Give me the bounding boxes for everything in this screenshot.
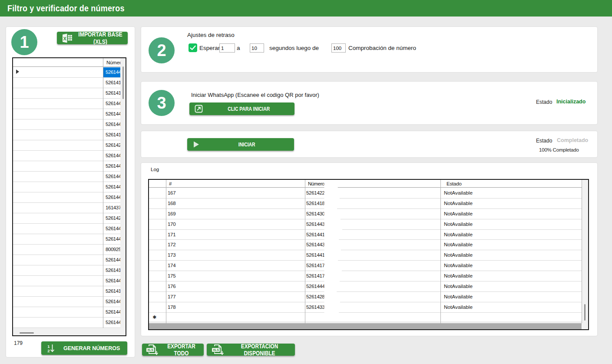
panel-step1: 1 X IMPORTAR BASE (XLS) Número — [6, 27, 135, 357]
log-grid-row[interactable]: 169 52614300 NotAvailable — [149, 209, 588, 219]
base-grid-cell-numero[interactable]: 5261414 — [103, 88, 120, 98]
log-label: Log — [151, 167, 159, 172]
wait-checkbox-label[interactable]: Esperar — [199, 45, 220, 51]
log-grid-row[interactable]: 170 52614431 NotAvailable — [149, 219, 588, 230]
base-grid-row[interactable]: 5261414 — [13, 88, 126, 99]
base-grid-cell-numero[interactable]: 5261444 — [103, 276, 120, 286]
base-grid-row[interactable]: 5261446 — [13, 99, 126, 109]
log-cell-estado: NotAvailable — [444, 219, 473, 229]
base-grid-cell-numero[interactable]: 5261446 — [103, 99, 120, 109]
base-grid-row[interactable]: 5261447 — [13, 109, 126, 119]
base-grid-row[interactable]: 5261410 — [13, 130, 126, 140]
base-grid-row[interactable]: 5261411 — [13, 286, 126, 297]
base-grid-row[interactable]: 1614379 — [13, 203, 126, 213]
log-cell-estado: NotAvailable — [444, 302, 473, 312]
start-button[interactable]: INICIAR — [187, 138, 294, 151]
sort-numeric-icon: 1 2 — [47, 344, 56, 353]
log-cell-index: 177 — [168, 292, 175, 302]
base-grid-row[interactable]: 5261425 — [13, 140, 126, 151]
base-grid-row[interactable]: 5261418 — [13, 265, 126, 276]
base-grid-cell-numero[interactable]: 5261425 — [103, 140, 120, 150]
base-grid-cell-numero[interactable]: 5261447 — [103, 109, 120, 119]
log-grid-new-row[interactable]: ✱ — [149, 313, 588, 322]
log-grid-row[interactable]: 177 52614288 NotAvailable — [149, 292, 588, 302]
click-to-start-button[interactable]: CLIC PARA INICIAR — [189, 103, 294, 115]
check-count-input[interactable] — [331, 43, 346, 53]
base-grid-cell-numero[interactable]: 5261449 — [103, 307, 120, 317]
base-grid-row[interactable]: 8009254 — [13, 245, 126, 255]
base-grid-row[interactable]: 5261449 — [13, 307, 126, 318]
base-grid-cell-numero[interactable]: 5261445 — [103, 224, 120, 234]
export-available-button[interactable]: XLS EXPORTACIÓN DISPONIBLE — [207, 344, 295, 356]
base-grid-row[interactable]: 5261446 — [13, 255, 126, 265]
window-title: Filtro y verificador de números — [7, 0, 125, 17]
base-grid-cell-numero[interactable]: 5261445 — [103, 318, 120, 328]
base-grid-cell-numero[interactable]: 5261427 — [103, 213, 120, 223]
import-base-button[interactable]: X IMPORTAR BASE (XLS) — [57, 32, 128, 44]
base-grid-hscrollbar[interactable] — [13, 328, 126, 335]
wait-checkbox[interactable] — [189, 43, 197, 52]
import-base-label: IMPORTAR BASE (XLS) — [73, 32, 128, 44]
base-grid-cell-numero[interactable]: 5261442 — [103, 119, 120, 129]
base-grid-row[interactable]: 5261442 — [13, 234, 126, 245]
base-grid-cell-numero[interactable]: 1614379 — [103, 203, 120, 213]
base-grid-row[interactable]: 5261427 — [13, 213, 126, 224]
log-grid-footer-strip — [149, 323, 582, 329]
log-grid-row[interactable]: 168 52614189 NotAvailable — [149, 199, 588, 209]
base-grid-cell-numero[interactable]: 5261443 — [103, 192, 120, 202]
log-cell-estado: NotAvailable — [444, 261, 473, 271]
base-grid-row[interactable]: 5261448 — [13, 182, 126, 192]
xls-export-icon: XLS — [211, 344, 224, 355]
export-available-label: EXPORTACIÓN DISPONIBLE — [224, 344, 295, 356]
base-grid-row[interactable]: 5261442 — [13, 119, 126, 130]
base-grid-row[interactable]: 5261443 — [13, 192, 126, 203]
current-row-arrow-icon — [16, 69, 19, 74]
base-grid-row[interactable]: 5261445 — [13, 224, 126, 234]
base-grid-row[interactable]: 5261440 — [13, 161, 126, 172]
base-grid-cell-numero[interactable]: 5261446 — [103, 255, 120, 265]
base-grid-row[interactable]: 5261444 — [13, 172, 126, 182]
generate-numbers-button[interactable]: 1 2 GENERAR NÚMEROS — [41, 341, 127, 355]
log-grid-row[interactable]: 172 52614431 NotAvailable — [149, 240, 588, 250]
base-grid-cell-numero[interactable]: 5261441 — [103, 151, 120, 161]
log-grid-row[interactable]: 174 52614174 NotAvailable — [149, 261, 588, 271]
base-grid-cell-numero[interactable]: 5261449 — [103, 67, 120, 77]
base-grid-cell-numero[interactable]: 5261410 — [103, 130, 120, 140]
base-grid-hscroll-thumb[interactable] — [20, 332, 34, 334]
log-grid-row[interactable]: 175 52614170 NotAvailable — [149, 271, 588, 281]
log-cell-estado: NotAvailable — [444, 209, 473, 219]
log-grid-vscrollbar[interactable] — [582, 180, 588, 329]
svg-text:X: X — [63, 36, 67, 41]
log-grid-row[interactable]: 173 52614418 NotAvailable — [149, 250, 588, 261]
base-grid-cell-numero[interactable]: 5261444 — [103, 172, 120, 182]
base-grid-vscroll-thumb[interactable] — [122, 66, 124, 99]
base-grid-row[interactable]: 5261440 — [13, 297, 126, 307]
base-grid-cell-numero[interactable]: 5261411 — [103, 286, 120, 296]
log-grid-row[interactable]: 176 52614441 NotAvailable — [149, 281, 588, 292]
base-grid-row[interactable]: 5261445 — [13, 318, 126, 328]
log-cell-estado: NotAvailable — [444, 199, 473, 208]
base-grid-cell-numero[interactable]: 5261413 — [103, 78, 120, 88]
base-grid-cell-numero[interactable]: 5261418 — [103, 265, 120, 275]
base-grid-row[interactable]: 5261449 — [13, 67, 126, 78]
wait-min-input[interactable] — [219, 43, 235, 53]
log-grid-row[interactable]: 167 52614221 NotAvailable — [149, 188, 588, 199]
start-label: INICIAR — [199, 141, 294, 148]
wait-max-input[interactable] — [250, 43, 264, 53]
base-grid-row[interactable]: 5261444 — [13, 276, 126, 286]
base-row-count: 179 — [14, 340, 23, 346]
base-grid-cell-numero[interactable]: 5261442 — [103, 234, 120, 244]
base-grid-vscrollbar[interactable] — [120, 58, 126, 328]
base-grid-row[interactable]: 5261441 — [13, 151, 126, 161]
base-grid-cell-numero[interactable]: 8009254 — [103, 245, 120, 255]
base-numbers-grid[interactable]: Número 5261449 5261413 — [12, 57, 126, 336]
base-grid-cell-numero[interactable]: 5261440 — [103, 297, 120, 307]
log-grid-row[interactable]: 178 52614331 NotAvailable — [149, 302, 588, 313]
base-grid-cell-numero[interactable]: 5261440 — [103, 161, 120, 171]
base-grid-row[interactable]: 5261413 — [13, 78, 126, 88]
log-grid[interactable]: # Número Estado 167 52614221 NotAvailabl… — [148, 179, 589, 330]
base-grid-cell-numero[interactable]: 5261448 — [103, 182, 120, 192]
log-grid-row[interactable]: 171 52614417 NotAvailable — [149, 230, 588, 240]
export-all-button[interactable]: XLS EXPORTAR TODO — [142, 344, 204, 356]
log-grid-vscroll-thumb[interactable] — [584, 304, 586, 321]
